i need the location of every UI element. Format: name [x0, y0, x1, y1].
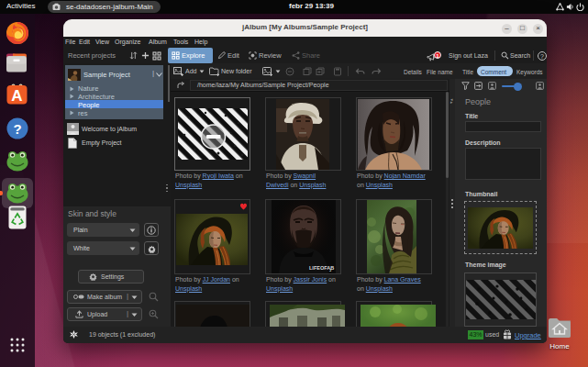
svg-text:J: J: [329, 268, 331, 272]
svg-text:A: A: [11, 87, 22, 105]
svg-text:?: ?: [13, 121, 21, 137]
